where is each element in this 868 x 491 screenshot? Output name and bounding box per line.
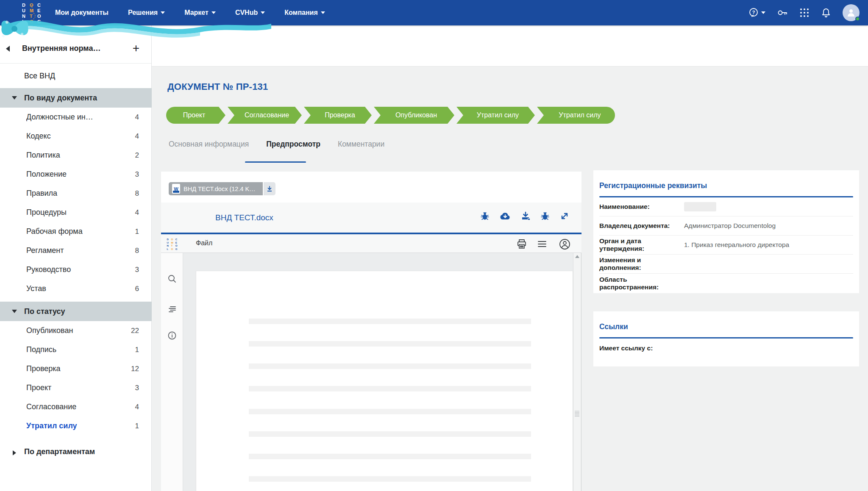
sidebar-item-opublikovan[interactable]: Опубликован22: [0, 321, 152, 340]
svg-text:C: C: [175, 238, 178, 241]
text-placeholder-line: [249, 386, 531, 391]
sidebar-item-label: Правила: [26, 189, 135, 198]
menu-my-documents[interactable]: Мои документы: [55, 9, 108, 17]
item-count: 1: [135, 227, 139, 236]
info-icon[interactable]: [167, 331, 177, 340]
search-icon[interactable]: [167, 274, 177, 283]
item-count: 1: [135, 346, 139, 354]
field-row-owner: Владелец документа: Администратор Docume…: [599, 216, 853, 236]
svg-text:D: D: [22, 3, 25, 8]
menu-cvhub[interactable]: CVHub: [235, 9, 265, 17]
help-menu-button[interactable]: ?: [748, 7, 765, 18]
attachment-chip[interactable]: W ВНД ТЕСТ.docx (12.4 K…: [169, 182, 275, 195]
item-count: 3: [135, 384, 139, 392]
user-avatar[interactable]: [843, 4, 860, 21]
sidebar-item-label: Политика: [26, 151, 135, 160]
svg-text:G: G: [175, 247, 178, 250]
print-icon[interactable]: [516, 239, 527, 250]
viewer-document-area: [161, 253, 581, 491]
sidebar-item-all-vnd[interactable]: Все ВНД: [0, 64, 151, 88]
sidebar-item-label: Руководство: [26, 265, 135, 274]
sidebar-item-podpis[interactable]: Подпись1: [0, 340, 152, 359]
sidebar-item-label: Согласование: [26, 402, 135, 411]
sidebar-item-pravila[interactable]: Правила8: [0, 184, 152, 203]
workflow-step-label: Опубликован: [395, 111, 437, 119]
outline-view-icon[interactable]: [167, 305, 177, 314]
menu-market[interactable]: Маркет: [184, 9, 216, 17]
sidebar-item-proverka[interactable]: Проверка12: [0, 359, 152, 378]
sidebar-collapse-icon[interactable]: [6, 46, 10, 52]
key-icon[interactable]: [776, 7, 788, 19]
cloud-download-icon[interactable]: [499, 211, 511, 221]
item-count: 2: [135, 151, 139, 160]
documentolog-logo[interactable]: DOC UME NTO LOG: [19, 2, 45, 25]
sidebar-group-by-status[interactable]: По статусу: [0, 302, 152, 321]
workflow-step-label: Утратил силу: [477, 111, 519, 119]
sidebar-item-reglament[interactable]: Регламент8: [0, 241, 152, 260]
sidebar-item-polozhenie[interactable]: Положение3: [0, 165, 152, 184]
scrollbar-thumb[interactable]: [575, 406, 579, 421]
sidebar-item-rukovodstvo[interactable]: Руководство3: [0, 260, 152, 279]
add-document-button[interactable]: +: [133, 42, 139, 54]
text-placeholder-line: [249, 431, 531, 437]
item-count: 6: [135, 285, 139, 293]
sidebar-group-by-doc-type[interactable]: По виду документа: [0, 88, 152, 108]
menu-solutions[interactable]: Решения: [128, 9, 165, 17]
document-tabs: Основная информация Предпросмотр Коммент…: [169, 140, 384, 155]
sidebar-item-dolzhnostnye[interactable]: Должностные ин…4: [0, 108, 152, 127]
viewer-scrollbar[interactable]: [573, 253, 581, 491]
sidebar-item-label: Процедуры: [26, 208, 135, 217]
download-icon: [266, 186, 273, 192]
sidebar-group-by-departments[interactable]: По департаментам: [0, 442, 152, 461]
item-count: 12: [131, 365, 139, 373]
sidebar-item-kodeks[interactable]: Кодекс4: [0, 127, 152, 146]
svg-text:T: T: [171, 244, 173, 247]
item-count: 4: [135, 132, 139, 141]
item-count: 3: [135, 266, 139, 274]
sidebar-item-ustav[interactable]: Устав6: [0, 279, 152, 298]
text-placeholder-line: [249, 454, 531, 459]
scroll-up-arrow[interactable]: [575, 255, 579, 258]
account-circle-icon[interactable]: [559, 239, 570, 250]
sidebar-header: Внутренняя норма… +: [0, 25, 151, 64]
chevron-down-icon: [321, 11, 325, 14]
sidebar-group-label: По статусу: [24, 307, 65, 316]
svg-text:O: O: [171, 238, 173, 241]
sidebar-item-politika[interactable]: Политика2: [0, 146, 152, 165]
notifications-bell-icon[interactable]: [821, 7, 832, 18]
download-file-icon[interactable]: [520, 211, 531, 221]
item-count: 8: [135, 189, 139, 198]
svg-text:U: U: [22, 8, 25, 13]
workflow-step-proekt: Проект: [166, 107, 225, 124]
report-bug-icon-2[interactable]: [540, 211, 550, 221]
tab-main-info[interactable]: Основная информация: [169, 140, 249, 155]
apps-grid-icon[interactable]: [799, 8, 810, 18]
svg-text:D: D: [167, 238, 169, 241]
attachment-download-button[interactable]: [264, 182, 275, 195]
viewer-file-menu[interactable]: Файл: [196, 239, 212, 247]
report-bug-icon[interactable]: [480, 211, 490, 221]
menu-company[interactable]: Компания: [284, 9, 325, 17]
sidebar-item-label: Положение: [26, 170, 135, 179]
chevron-expanded-icon: [12, 96, 17, 100]
online-status-dot: [855, 17, 860, 21]
field-row-scope: Область распространения:: [599, 274, 853, 293]
fullscreen-expand-icon[interactable]: [559, 211, 570, 221]
tab-comments[interactable]: Комментарии: [338, 140, 384, 155]
sidebar-item-procedury[interactable]: Процедуры4: [0, 203, 152, 222]
sidebar-item-proekt[interactable]: Проект3: [0, 378, 152, 397]
workflow-step-utratil-silu-2: Утратил силу: [537, 107, 615, 124]
tab-preview[interactable]: Предпросмотр: [266, 140, 320, 155]
text-placeholder-line: [249, 363, 531, 369]
sidebar-item-utratil-silu[interactable]: Утратил силу1: [0, 416, 152, 436]
attachment-chip-body[interactable]: W ВНД ТЕСТ.docx (12.4 K…: [169, 182, 263, 195]
sidebar-item-soglasovanie[interactable]: Согласование4: [0, 397, 152, 416]
viewer-mini-logo: DOC UME NTO LOG: [165, 237, 180, 251]
svg-text:O: O: [175, 244, 178, 247]
redacted-value-block: [684, 202, 716, 211]
sidebar-item-rabochaya-forma[interactable]: Рабочая форма1: [0, 222, 152, 241]
menu-hamburger-icon[interactable]: [537, 239, 548, 250]
workflow-stepper: Проект Согласование Проверка Опубликован…: [166, 107, 615, 124]
text-placeholder-line: [249, 319, 531, 324]
registration-card-title: Регистрационные реквизиты: [593, 170, 859, 190]
